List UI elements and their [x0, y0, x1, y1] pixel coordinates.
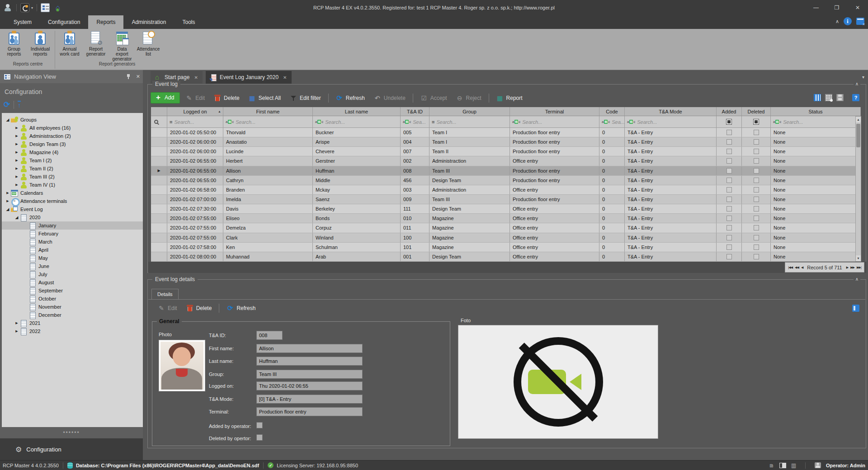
column-header-taid[interactable]: T&A ID — [401, 107, 429, 116]
filter-cell-code[interactable]: aBcSea... — [599, 116, 625, 127]
tree-item-magazine-4[interactable]: ▶Magazine (4) — [2, 148, 143, 156]
table-row[interactable]: ▶2020-01-02 06:55:00AllisonHuffman008Tea… — [151, 166, 861, 176]
tree-item-team-ii-2[interactable]: ▶Team II (2) — [2, 164, 143, 173]
table-row[interactable]: 2020-01-02 07:00:00ImeldaSaenz009Team II… — [151, 195, 861, 204]
abc-filter-icon[interactable]: aBc — [512, 120, 520, 124]
table-row[interactable]: 2020-01-02 06:58:00BrandenMckay003Admini… — [151, 185, 861, 195]
scrollbar-thumb[interactable] — [856, 124, 860, 147]
table-row[interactable]: 2020-01-02 06:00:00AnastatioArispe004Tea… — [151, 137, 861, 147]
tree-item-groups[interactable]: ◢Groups — [2, 116, 143, 124]
toolbar-button-edit-filter[interactable]: Edit filter — [286, 93, 325, 103]
minimize-button[interactable]: — — [806, 0, 826, 15]
expander-icon[interactable]: ▶ — [5, 199, 11, 203]
column-header-status[interactable]: Status — [771, 107, 861, 116]
table-row[interactable]: 2020-01-02 07:55:00DemelzaCorpuz011Magaz… — [151, 223, 861, 233]
expander-icon[interactable]: ▶ — [14, 183, 20, 187]
equals-filter-icon[interactable]: = — [432, 119, 434, 125]
menu-tab-administration[interactable]: Administration — [123, 15, 174, 29]
panel-layout-icon[interactable] — [779, 463, 786, 468]
field-input-logged-on[interactable]: Thu 2020-01-02 06:55 — [256, 381, 363, 390]
menu-tab-system[interactable]: System — [5, 15, 40, 29]
toolbar-button-delete[interactable]: Delete — [183, 303, 216, 314]
field-input-first-name[interactable]: Allison — [256, 344, 363, 353]
checkbox-added-by-operator[interactable] — [256, 422, 263, 428]
table-row[interactable]: 2020-01-02 07:58:00KenSchulman101Magazin… — [151, 243, 861, 252]
field-input-t-a-mode[interactable]: [0] T&A - Entry — [256, 395, 363, 404]
table-row[interactable]: 2020-01-02 06:55:00HerbertGerstner002Adm… — [151, 156, 861, 166]
tree-item-may[interactable]: May — [2, 254, 143, 262]
expander-icon[interactable]: ▶ — [14, 159, 20, 162]
layout-icon[interactable] — [852, 305, 859, 312]
tree-item-july[interactable]: July — [2, 270, 143, 278]
expander-icon[interactable]: ▶ — [14, 150, 20, 154]
tree-item-october[interactable]: October — [2, 295, 143, 303]
table-row[interactable]: 2020-01-02 07:55:00ClarkWinland100Magazi… — [151, 233, 861, 243]
column-header-added[interactable]: Added — [717, 107, 742, 116]
expander-icon[interactable]: ▶ — [14, 321, 20, 325]
filter-cell-first-name[interactable]: aBcSearch... — [223, 116, 313, 127]
sidebar-item-configuration[interactable]: ⚙ Configuration — [0, 438, 143, 460]
column-header-code[interactable]: Code — [599, 107, 625, 116]
tree-item-december[interactable]: December — [2, 311, 143, 319]
ribbon-button-data-export-generator[interactable]: Data export generator — [109, 30, 135, 61]
tree-item-august[interactable]: August — [2, 278, 143, 287]
table-row[interactable]: 2020-01-02 07:30:00DavisBerkeley111Desig… — [151, 204, 861, 214]
tab-list-chevron-icon[interactable]: ▾ — [862, 75, 864, 80]
collapse-all-icon[interactable]: ↑ — [18, 101, 21, 109]
table-row[interactable]: 2020-01-02 05:50:00ThorvaldBuckner005Tea… — [151, 128, 861, 137]
tree-item-team-iv-1[interactable]: ▶Team IV (1) — [2, 181, 143, 189]
field-input-last-name[interactable]: Huffman — [256, 357, 363, 366]
column-header-group[interactable]: Group — [429, 107, 510, 116]
field-input-group[interactable]: Team III — [256, 370, 363, 379]
filter-checkbox[interactable] — [753, 119, 759, 125]
abc-filter-icon[interactable]: aBc — [403, 120, 411, 124]
column-header-first-name[interactable]: First name — [223, 107, 313, 116]
table-scrollbar[interactable]: ▲ ▼ — [855, 116, 861, 262]
expander-icon[interactable]: ▶ — [14, 167, 20, 170]
filter-cell-deleted[interactable] — [742, 116, 771, 127]
help-icon[interactable]: ? — [852, 94, 859, 101]
toolbar-button-delete[interactable]: Delete — [210, 93, 243, 103]
filter-cell-mode[interactable]: aBcSearch... — [625, 116, 717, 127]
tree-item-event-log[interactable]: ◢Event Log — [2, 205, 143, 213]
next-record-icon[interactable]: ▶ — [846, 266, 848, 269]
toolbar-button-refresh[interactable]: Refresh — [223, 303, 259, 314]
expander-icon[interactable]: ◢ — [5, 207, 11, 212]
expander-icon[interactable]: ◢ — [14, 215, 20, 220]
abc-filter-icon[interactable]: aBc — [602, 120, 610, 124]
ribbon-button-report-generator[interactable]: Report generator — [83, 30, 109, 61]
expander-icon[interactable]: ▶ — [14, 134, 20, 138]
column-header-logged-on[interactable]: Logged on▲ — [167, 107, 223, 116]
tree-item-april[interactable]: April — [2, 246, 143, 254]
column-header-deleted[interactable]: Deleted — [742, 107, 771, 116]
filter-cell-taid[interactable]: aBcSea... — [401, 116, 429, 127]
filter-checkbox[interactable] — [726, 119, 732, 125]
tree-item-attendance-terminals[interactable]: ▶Attendance terminals — [2, 197, 143, 205]
filter-cell-last-name[interactable]: aBcSearch... — [313, 116, 401, 127]
column-header-terminal[interactable]: Terminal — [510, 107, 599, 116]
column-header-mode[interactable]: T&A Mode — [625, 107, 717, 116]
column-header-last-name[interactable]: Last name — [313, 107, 401, 116]
menu-tab-configuration[interactable]: Configuration — [40, 15, 88, 29]
tree-item-administraction-2[interactable]: ▶Administraction (2) — [2, 132, 143, 140]
expander-icon[interactable]: ▶ — [14, 329, 20, 333]
equals-filter-icon[interactable]: = — [170, 119, 172, 125]
abc-filter-icon[interactable]: aBc — [773, 120, 781, 124]
tree-item-june[interactable]: June — [2, 262, 143, 270]
expander-icon[interactable]: ▶ — [14, 142, 20, 146]
expander-icon[interactable]: ▶ — [14, 126, 20, 130]
ribbon-button-group-reports[interactable]: Group reports — [1, 30, 27, 61]
menu-tab-tools[interactable]: Tools — [174, 15, 203, 29]
log-pages-icon[interactable]: 🗈 — [769, 462, 774, 469]
abc-filter-icon[interactable]: aBc — [315, 120, 323, 124]
table-row[interactable]: 2020-01-02 06:55:00CathrynMiddle456Desig… — [151, 176, 861, 185]
tree-item-november[interactable]: November — [2, 303, 143, 311]
close-icon[interactable]: ✕ — [136, 74, 140, 80]
next-page-icon[interactable]: ▶▶ — [850, 266, 854, 269]
tab-event-log-january-2020[interactable]: Event Log January 2020✕ — [206, 71, 292, 84]
expander-icon[interactable]: ▶ — [5, 191, 11, 195]
table-row[interactable]: 2020-01-02 08:00:00MuhannadArab001Design… — [151, 252, 861, 262]
field-input-terminal[interactable]: Production floor entry — [256, 407, 363, 416]
table-row[interactable]: 2020-01-02 07:55:00EliseoBonds010Magazin… — [151, 214, 861, 223]
tree-item-team-i-2[interactable]: ▶Team I (2) — [2, 156, 143, 164]
